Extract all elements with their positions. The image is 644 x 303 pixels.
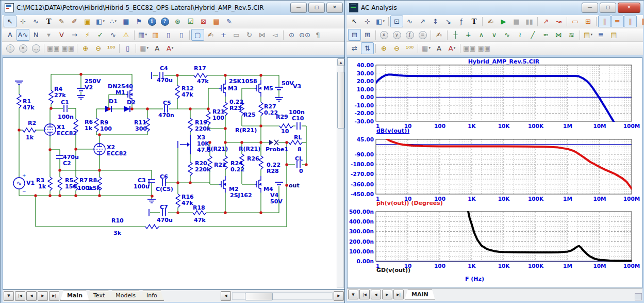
tab-nav-button-0[interactable]: ▼ [348,290,358,299]
schematic-vscrollbar[interactable]: ▲ [337,58,344,288]
zoom-100-button[interactable]: ¹⁰⁰ [105,42,118,54]
currents-button[interactable]: → [68,29,81,41]
find-component-button[interactable]: ▣ [81,15,94,27]
select-box-button[interactable]: ▢ [191,29,204,41]
step-button[interactable]: ! [4,42,16,54]
close-button[interactable]: ✕ [326,3,343,13]
node-numbers-button[interactable]: N [29,29,42,41]
minimize-button[interactable]: — [290,3,307,13]
tab-info[interactable]: Info [140,291,164,301]
scope-grid-button[interactable]: ⊞ [582,15,595,27]
text-tool-button[interactable]: T [468,15,481,27]
scale-v-button[interactable]: ⇅ [361,42,374,54]
graph-button[interactable]: ∿ [403,15,416,27]
maximize-button[interactable]: ▢ [308,3,325,13]
scale-auto-button[interactable]: ↗ [416,15,429,27]
copy-back-button[interactable]: ▣▣ [61,42,76,54]
select-button[interactable]: ↖ [348,15,361,27]
node-snap-button[interactable]: ∴▾ [107,15,120,27]
slope-button[interactable]: ╱ [526,29,539,41]
wire-mode-button[interactable]: ∿ [29,15,42,27]
font-color-dropdown-icon[interactable]: ▾ [454,46,456,50]
tab-nav-button-2[interactable]: ◀ [371,290,381,299]
scale-x-button[interactable]: x [377,29,390,41]
zoom-out-button[interactable]: ⊖ [92,42,105,54]
schematic-hscrollbar[interactable] [232,292,333,300]
grid-dots-button[interactable]: ▦▾ [420,42,433,54]
tab-nav-button-4[interactable]: ▶| [49,291,59,301]
shapes-dropdown-icon[interactable]: ▾ [383,20,385,23]
font-color-dropdown-icon[interactable]: ▾ [172,46,174,50]
edit-doc-button[interactable]: ✎ [223,15,236,27]
tab-nav-button-1[interactable]: |◀ [359,290,370,299]
cursor-next-button[interactable]: ∔ [462,29,475,41]
high-button[interactable]: ∿ [501,29,514,41]
cursor-4-button[interactable]: ‖ [637,15,644,27]
cursor-2-button[interactable]: ≡ [611,15,624,27]
web-button[interactable]: ⊛ [171,15,184,27]
maximize-button[interactable]: ▢ [600,3,616,13]
zoom-in-button[interactable]: ⊕ [79,42,92,54]
find-wave-button[interactable]: ⊙ [285,29,298,41]
envelope-button[interactable]: ≋ [565,29,578,41]
slope-b-button[interactable]: ↝ [552,15,565,27]
run-button[interactable]: ▶ [497,15,510,27]
disable-button[interactable]: ⊠ [197,15,210,27]
draw-line-button[interactable]: ✐ [68,15,81,27]
scale-f-button[interactable]: ƒ [403,29,416,41]
shapes-dropdown-icon[interactable]: ▾ [103,20,105,23]
vscroll-thumb[interactable] [337,72,344,129]
valley-button[interactable]: ∨ [488,29,501,41]
info-button[interactable]: i [145,15,158,27]
cursor-1-button[interactable]: ∥ [598,15,611,27]
flag-button[interactable]: ⚑ [133,15,145,27]
tab-nav-button-1[interactable]: |◀ [15,291,25,301]
tab-nav-button-4[interactable]: ▶| [393,290,404,299]
panel-single-button[interactable]: ⊟ [348,29,361,41]
zoom-select-button[interactable]: ⊡ [390,15,403,27]
rotate-button[interactable]: ↻ [243,29,256,41]
enable-button[interactable]: ☑ [184,15,197,27]
scope-box-button[interactable]: ▭ [569,15,582,27]
properties-button[interactable]: ✍ [484,15,497,27]
tab-text[interactable]: Text [87,291,111,301]
cursor-mode-button[interactable]: ┼ [449,29,462,41]
attr-wave-button[interactable]: A∿ [16,29,29,41]
hscroll-right-button[interactable]: ▶ [334,291,344,301]
properties2-button[interactable]: ✍ [433,29,445,41]
grid-dropdown-icon[interactable]: ▾ [145,33,147,37]
more-button[interactable]: ▾ [42,29,55,41]
tab-main[interactable]: Main [60,291,89,301]
node-voltages-button[interactable]: V [55,29,68,41]
hscroll-thumb[interactable] [245,293,273,300]
box-button[interactable]: ▭ [230,29,243,41]
tab-nav-button-0[interactable]: ▼ [4,291,14,301]
pan-button[interactable]: ⊹ [361,15,374,27]
grid-dots-dropdown-icon[interactable]: ▾ [147,46,149,50]
find-button[interactable]: ⊙⊙ [298,29,311,41]
page-button[interactable]: ▯ [175,29,188,41]
pan-button[interactable]: ⊹ [16,15,29,27]
grid-dots-button[interactable]: ▦▾ [138,42,151,54]
attr-text-button[interactable]: A [4,29,16,41]
move-button[interactable]: + [217,29,230,41]
flip-button[interactable]: ◅ [269,29,282,41]
resize-grip[interactable] [635,293,642,300]
cursor-3-button[interactable]: ∥ [624,15,637,27]
pin-wave-button[interactable]: ∿ [107,29,120,41]
tab-nav-button-3[interactable]: ▶ [38,291,48,301]
gd-op-button[interactable]: ≈ [539,29,552,41]
slope-a-button[interactable]: ↗ [539,15,552,27]
clipboard-dropdown-icon[interactable]: ▾ [590,33,592,37]
node-snap-dropdown-icon[interactable]: ▾ [114,20,117,23]
more2-button[interactable]: … [29,42,42,54]
shapes-button[interactable]: ◧▾ [374,15,387,27]
text-tool-button[interactable]: T [42,15,55,27]
clipboard-button[interactable]: ▤▾ [582,29,595,41]
scale-h-button[interactable]: ⇄ [348,42,361,54]
schematic-canvas[interactable]: ∿+−R147kR21kX1ECC82R31kR5150470uC2V1R427… [3,58,335,289]
scale-vert-button[interactable]: ↕ [429,15,442,27]
tab-nav-button-3[interactable]: ▶ [382,290,392,299]
stop-button[interactable]: ■ [510,15,523,27]
waveform-list-button[interactable]: ≣ [595,29,607,41]
